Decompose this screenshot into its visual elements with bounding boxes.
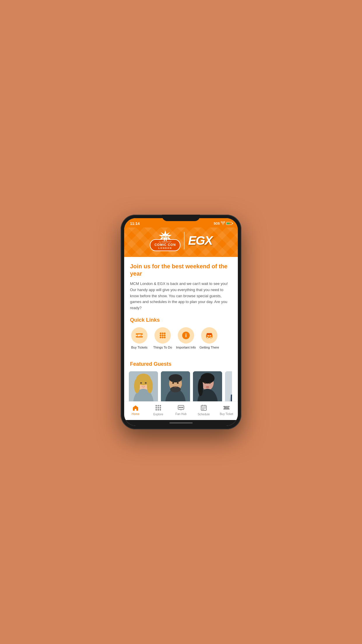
main-content-scroll[interactable]: Join us for the best weekend of the year…	[124, 257, 238, 401]
svg-point-11	[164, 332, 166, 334]
svg-point-16	[162, 337, 164, 338]
svg-point-33	[145, 382, 147, 384]
svg-rect-76	[203, 408, 204, 409]
svg-point-39	[172, 382, 174, 384]
buy-ticket-icon	[223, 405, 230, 412]
svg-point-47	[209, 382, 211, 384]
status-icons: SOS	[214, 221, 232, 226]
battery-icon	[226, 222, 232, 225]
phone-notch	[162, 215, 200, 221]
svg-point-55	[156, 405, 157, 407]
svg-point-66	[182, 407, 183, 408]
things-to-do-label: Things To Do	[153, 345, 172, 349]
svg-rect-78	[202, 409, 203, 410]
guest-photo-aj	[129, 371, 158, 401]
things-to-do-icon	[154, 327, 171, 344]
comic-con-text: COMIC CON	[154, 243, 176, 246]
status-time: 11:14	[130, 221, 140, 226]
svg-rect-85	[226, 408, 228, 409]
explore-icon	[155, 405, 161, 412]
svg-rect-24	[208, 335, 209, 336]
svg-rect-25	[210, 335, 211, 336]
battery-fill	[227, 223, 230, 224]
guest-card-aj[interactable]: AJ Michalka	[129, 371, 158, 401]
svg-point-15	[160, 337, 161, 338]
svg-point-46	[204, 382, 206, 384]
quick-link-buy-tickets[interactable]: Buy Tickets	[129, 327, 150, 349]
london-text: LONDON	[154, 247, 176, 249]
bottom-nav: Home Explore	[124, 401, 238, 420]
quick-link-getting-there[interactable]: Getting There	[199, 327, 220, 349]
svg-point-56	[158, 405, 159, 407]
guest-photo-aly	[193, 371, 222, 401]
quick-link-things-to-do[interactable]: Things To Do	[152, 327, 173, 349]
guests-row: AJ Michalka	[129, 371, 232, 401]
featured-guests-title: Featured Guests	[130, 361, 232, 367]
phone-screen: 11:14 SOS	[124, 218, 238, 426]
svg-point-65	[179, 407, 180, 408]
svg-text:i: i	[185, 332, 187, 338]
home-bar	[169, 422, 193, 424]
mcm-logo: MCM by REEDPOP COMIC CON LONDON	[150, 230, 180, 251]
svg-point-17	[164, 337, 166, 338]
svg-point-63	[160, 409, 161, 411]
buy-tickets-icon	[131, 327, 147, 344]
main-description: MCM London & EGX is back and we can't wa…	[130, 281, 232, 311]
guest-photo-alex	[161, 371, 190, 401]
svg-point-9	[160, 332, 161, 334]
guest-card-alex[interactable]: Alex Brightman	[161, 371, 190, 401]
svg-point-59	[158, 407, 159, 409]
header-divider	[184, 232, 184, 249]
nav-schedule-label: Schedule	[198, 413, 210, 416]
nav-buy-ticket[interactable]: Buy Ticket	[218, 405, 235, 416]
svg-point-61	[156, 409, 157, 411]
svg-point-12	[160, 335, 161, 336]
svg-point-57	[160, 405, 161, 407]
wifi-icon	[221, 221, 225, 226]
main-headline: Join us for the best weekend of the year	[130, 263, 232, 277]
nav-explore[interactable]: Explore	[150, 405, 166, 416]
svg-point-62	[158, 409, 159, 411]
svg-text:MCM: MCM	[162, 235, 168, 238]
svg-point-14	[164, 335, 166, 336]
svg-point-4	[141, 335, 143, 336]
nav-buy-ticket-label: Buy Ticket	[220, 412, 233, 416]
guest-card-b[interactable]: B...	[225, 371, 232, 401]
status-sos: SOS	[214, 222, 220, 225]
fan-hub-icon	[178, 405, 184, 412]
main-content-section: Join us for the best weekend of the year…	[124, 257, 238, 361]
important-info-icon: i	[178, 327, 194, 344]
quick-links-row: Buy Tickets	[129, 327, 232, 351]
buy-tickets-label: Buy Tickets	[131, 345, 147, 349]
nav-fan-hub[interactable]: Fan Hub	[173, 405, 189, 416]
nav-fan-hub-label: Fan Hub	[175, 412, 187, 416]
nav-schedule[interactable]: Schedule	[196, 405, 212, 416]
important-info-label: Important Info	[176, 345, 196, 349]
svg-rect-77	[205, 408, 205, 409]
home-indicator	[124, 420, 238, 426]
guest-photo-b	[225, 371, 232, 401]
home-icon	[132, 405, 139, 412]
svg-point-32	[140, 382, 142, 384]
svg-point-58	[156, 407, 157, 409]
svg-point-10	[162, 332, 164, 334]
app-header: MCM by REEDPOP COMIC CON LONDON EGX	[124, 228, 238, 257]
phone-frame: 11:14 SOS	[121, 215, 241, 429]
svg-point-3	[136, 335, 137, 336]
nav-home-label: Home	[132, 412, 140, 416]
svg-rect-75	[202, 408, 203, 409]
svg-point-23	[210, 337, 212, 338]
svg-point-48	[206, 386, 209, 388]
getting-there-icon	[201, 327, 217, 344]
getting-there-label: Getting There	[199, 345, 219, 349]
svg-rect-53	[231, 395, 232, 401]
mcm-burst-icon: MCM	[158, 230, 173, 242]
svg-point-40	[177, 382, 179, 384]
nav-home[interactable]: Home	[127, 405, 144, 416]
svg-point-31	[147, 379, 153, 393]
nav-explore-label: Explore	[153, 413, 163, 416]
guest-card-aly[interactable]: Aly Michalka	[193, 371, 222, 401]
svg-rect-84	[226, 407, 229, 407]
header-logo: MCM by REEDPOP COMIC CON LONDON EGX	[150, 230, 212, 251]
quick-link-important-info[interactable]: i Important Info	[175, 327, 196, 349]
